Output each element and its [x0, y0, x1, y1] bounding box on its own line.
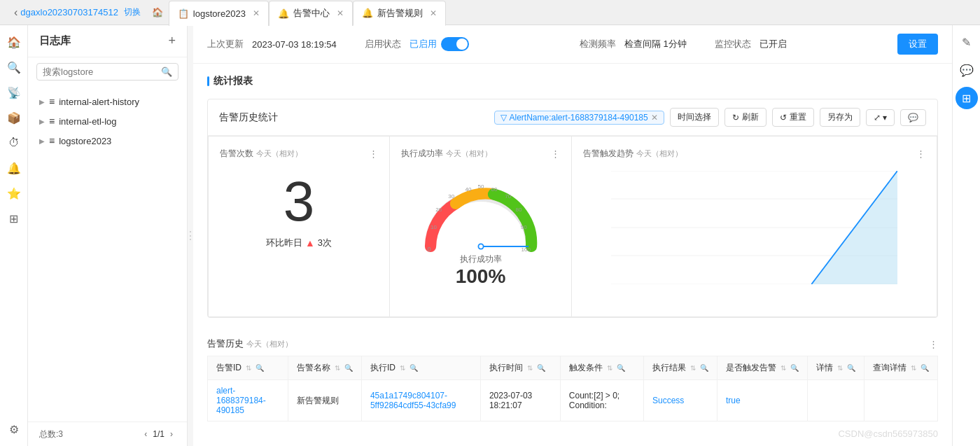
nav-grid[interactable]: ⊞	[3, 207, 25, 230]
search-input[interactable]	[43, 67, 161, 77]
table-menu-icon[interactable]: ⋮	[929, 339, 938, 349]
filter-icon[interactable]: 🔍	[790, 364, 799, 372]
card-menu-icon[interactable]: ⋮	[916, 148, 925, 159]
card-menu-icon[interactable]: ⋮	[551, 148, 560, 159]
expand-button[interactable]: ⤢ ▾	[866, 109, 895, 126]
tree-item-logstore2023[interactable]: ▶ ≡ logstore2023	[28, 131, 187, 151]
filter-icon: ▽	[500, 113, 507, 123]
svg-text:20: 20	[435, 207, 442, 213]
nav-clock[interactable]: ⏱	[3, 132, 25, 154]
tree-item-internal-alert-history[interactable]: ▶ ≡ internal-alert-history	[28, 92, 187, 111]
sort-icon[interactable]: ⇅	[837, 364, 843, 372]
filter-icon[interactable]: 🔍	[617, 364, 625, 372]
search-icon[interactable]: 🔍	[161, 67, 172, 77]
svg-text:60: 60	[491, 186, 497, 193]
alert-history-stats: 告警历史统计 ▽ AlertName:alert-1688379184-4901…	[207, 99, 938, 318]
table-header-row: 告警历史 今天（相对） ⋮	[207, 329, 938, 356]
exec-result-link[interactable]: Success	[652, 396, 684, 405]
table-date: 今天（相对）	[246, 340, 293, 348]
settings-button[interactable]: 设置	[897, 34, 938, 55]
sort-icon[interactable]: ⇅	[911, 364, 916, 372]
filter-icon[interactable]: 🔍	[847, 364, 855, 372]
back-arrow[interactable]: ‹	[11, 4, 20, 22]
nav-search[interactable]: 🔍	[3, 56, 25, 78]
tree-item-label: internal-etl-log	[59, 116, 116, 127]
sort-icon[interactable]: ⇅	[527, 364, 533, 372]
card-title: 执行成功率	[401, 148, 443, 158]
tab-alert-center-close[interactable]: ✕	[337, 8, 344, 18]
tab-alert-rule-close[interactable]: ✕	[430, 8, 437, 18]
alert-id-link[interactable]: alert-1688379184-490185	[216, 386, 266, 415]
home-button[interactable]: 🏠	[146, 4, 169, 20]
reset-button[interactable]: ↺ 重置	[772, 108, 814, 127]
prev-page[interactable]: ‹	[141, 428, 150, 440]
cell-triggered: true	[717, 380, 807, 421]
sort-icon[interactable]: ⇅	[246, 364, 251, 372]
sort-icon[interactable]: ⇅	[690, 364, 696, 372]
tree-item-label: logstore2023	[59, 136, 111, 146]
sort-icon[interactable]: ⇅	[607, 364, 612, 372]
sort-icon[interactable]: ⇅	[335, 364, 340, 372]
filter-icon[interactable]: 🔍	[537, 364, 545, 372]
filter-icon[interactable]: 🔍	[344, 364, 353, 372]
right-grid-icon[interactable]: ⊞	[955, 87, 978, 109]
filter-icon[interactable]: 🔍	[255, 364, 264, 372]
left-nav: 🏠 🔍 📡 📦 ⏱ 🔔 ⭐ ⊞ ⚙	[0, 25, 28, 446]
nav-star[interactable]: ⭐	[3, 182, 25, 204]
line-chart: 2 1.5 1 0.5 0 2023-07-03 18:15:00.0	[583, 165, 925, 305]
sidebar-header: 日志库 +	[28, 25, 187, 57]
cell-exec-result: Success	[643, 380, 717, 421]
breadcrumb-area: ‹ dgaxlo20230703174512 切换	[6, 4, 146, 22]
toggle-switch[interactable]	[441, 37, 469, 51]
tree-item-internal-etl-log[interactable]: ▶ ≡ internal-etl-log	[28, 111, 187, 131]
col-exec-result: 执行结果 ⇅ 🔍	[643, 356, 717, 380]
tab-logstore-label: logstore2023	[193, 8, 246, 19]
filter-icon[interactable]: 🔍	[920, 364, 929, 372]
monitor-status-value: 已开启	[760, 38, 787, 50]
nav-home[interactable]: 🏠	[3, 31, 25, 53]
breadcrumb-text[interactable]: dgaxlo20230703174512	[20, 7, 118, 18]
time-select-button[interactable]: 时间选择	[670, 108, 719, 127]
sort-icon[interactable]: ⇅	[780, 364, 786, 372]
comment-button[interactable]: 💬	[900, 109, 926, 126]
tab-logstore-close[interactable]: ✕	[253, 8, 260, 18]
watermark: CSDN@csdn565973850	[838, 428, 938, 439]
resize-handle[interactable]: ⋮	[188, 25, 193, 446]
sidebar: 日志库 + 🔍 ▶ ≡ internal-alert-history ▶ ≡ i…	[28, 25, 188, 446]
tab-logstore2023[interactable]: 📋 logstore2023 ✕	[169, 1, 269, 26]
cell-query-detail	[864, 380, 937, 421]
next-page[interactable]: ›	[167, 428, 176, 440]
toggle-group: 已启用	[410, 37, 469, 51]
svg-text:40: 40	[465, 186, 471, 193]
breadcrumb-switch[interactable]: 切换	[124, 6, 141, 18]
tab-alert-rule[interactable]: 🔔 新告警规则 ✕	[353, 1, 446, 26]
sidebar-add-button[interactable]: +	[168, 34, 176, 48]
refresh-label: 刷新	[742, 111, 759, 123]
filter-icon[interactable]: 🔍	[700, 364, 708, 372]
search-box[interactable]: 🔍	[36, 63, 178, 81]
exec-id-link[interactable]: 45a1a1749c804107-5ff92864cdf55-43cfa99	[370, 391, 456, 410]
card-title: 告警次数	[220, 148, 253, 158]
nav-settings[interactable]: ⚙	[3, 418, 25, 440]
nav-monitor[interactable]: 📡	[3, 81, 25, 104]
tab-alert-center[interactable]: 🔔 告警中心 ✕	[269, 1, 353, 26]
nav-data[interactable]: 📦	[3, 106, 25, 129]
cell-exec-id: 45a1a1749c804107-5ff92864cdf55-43cfa99	[361, 380, 480, 421]
card-date: 今天（相对）	[256, 149, 302, 158]
sort-icon[interactable]: ⇅	[400, 364, 405, 372]
right-edit-icon[interactable]: ✎	[955, 31, 978, 53]
cell-alert-id: alert-1688379184-490185	[208, 380, 288, 421]
triggered-link[interactable]: true	[726, 396, 741, 405]
header-monitor-status: 监控状态 已开启	[715, 38, 787, 50]
right-sidebar: ✎ 💬 ⊞	[952, 25, 980, 446]
refresh-button[interactable]: ↻ 刷新	[724, 108, 766, 127]
save-as-button[interactable]: 另存为	[820, 108, 860, 127]
filter-close[interactable]: ✕	[651, 113, 658, 123]
right-chat-icon[interactable]: 💬	[955, 59, 978, 81]
card-menu-icon[interactable]: ⋮	[369, 148, 378, 159]
detect-freq-label: 检测频率	[580, 38, 616, 50]
gauge-chart: 0 10 20 30 40 50 60 70 80 90 100	[418, 176, 544, 253]
svg-text:10: 10	[430, 224, 437, 230]
nav-bell[interactable]: 🔔	[3, 157, 25, 179]
filter-icon[interactable]: 🔍	[410, 364, 418, 372]
